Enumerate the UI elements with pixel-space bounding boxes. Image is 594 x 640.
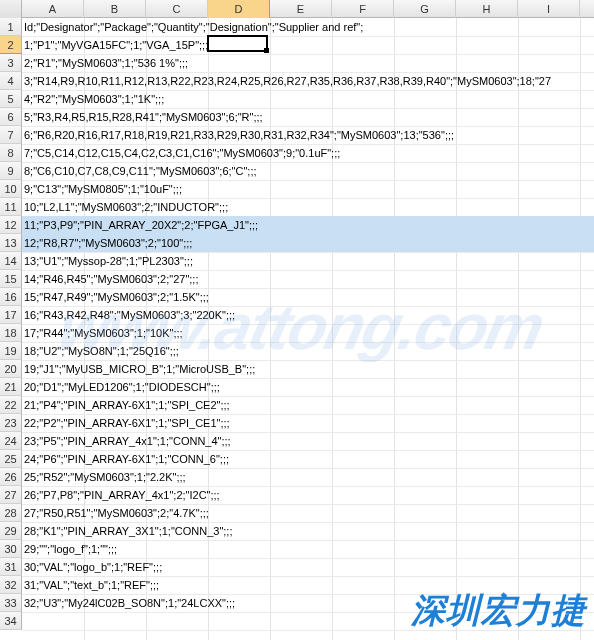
data-row-12[interactable]: 11;"P3,P9";"PIN_ARRAY_20X2";2;"FPGA_J1";… (22, 216, 594, 234)
row-header-20[interactable]: 20 (0, 360, 22, 378)
spreadsheet: ABCDEFGHI 123456789101112131415161718192… (0, 0, 594, 640)
data-row-18[interactable]: 17;"R44";"MySM0603";1;"10K";;; (22, 324, 183, 342)
select-all-corner[interactable] (0, 0, 22, 18)
grid-body: 1234567891011121314151617181920212223242… (0, 18, 594, 640)
data-row-35[interactable] (22, 630, 24, 640)
row-header-31[interactable]: 31 (0, 558, 22, 576)
row-header-13[interactable]: 13 (0, 234, 22, 252)
row-header-7[interactable]: 7 (0, 126, 22, 144)
data-row-23[interactable]: 22;"P2";"PIN_ARRAY-6X1";1;"SPI_CE1";;; (22, 414, 230, 432)
column-header-B[interactable]: B (84, 0, 146, 18)
row-header-32[interactable]: 32 (0, 576, 22, 594)
data-row-9[interactable]: 8;"C6,C10,C7,C8,C9,C11";"MySM0603";6;"C"… (22, 162, 257, 180)
data-row-28[interactable]: 27;"R50,R51";"MySM0603";2;"4.7K";;; (22, 504, 209, 522)
row-header-16[interactable]: 16 (0, 288, 22, 306)
row-header-6[interactable]: 6 (0, 108, 22, 126)
column-header-row: ABCDEFGHI (0, 0, 594, 18)
column-header-D[interactable]: D (208, 0, 270, 18)
column-header-H[interactable]: H (456, 0, 518, 18)
row-header-24[interactable]: 24 (0, 432, 22, 450)
row-header-21[interactable]: 21 (0, 378, 22, 396)
data-row-34[interactable] (22, 612, 24, 630)
row-header-3[interactable]: 3 (0, 54, 22, 72)
data-row-3[interactable]: 2;"R1";"MySM0603";1;"536 1%";;; (22, 54, 188, 72)
data-row-7[interactable]: 6;"R6,R20,R16,R17,R18,R19,R21,R33,R29,R3… (22, 126, 454, 144)
data-row-15[interactable]: 14;"R46,R45";"MySM0603";2;"27";;; (22, 270, 198, 288)
row-header-10[interactable]: 10 (0, 180, 22, 198)
row-header-9[interactable]: 9 (0, 162, 22, 180)
row-header-11[interactable]: 11 (0, 198, 22, 216)
data-row-10[interactable]: 9;"C13";"MySM0805";1;"10uF";;; (22, 180, 182, 198)
row-header-strip: 1234567891011121314151617181920212223242… (0, 18, 22, 630)
data-row-11[interactable]: 10;"L2,L1";"MySM0603";2;"INDUCTOR";;; (22, 198, 228, 216)
row-header-4[interactable]: 4 (0, 72, 22, 90)
data-row-33[interactable]: 32;"U3";"My24lC02B_SO8N";1;"24LCXX";;; (22, 594, 235, 612)
column-header-A[interactable]: A (22, 0, 84, 18)
row-header-23[interactable]: 23 (0, 414, 22, 432)
fill-handle[interactable] (264, 48, 269, 53)
row-header-22[interactable]: 22 (0, 396, 22, 414)
row-header-12[interactable]: 12 (0, 216, 22, 234)
row-header-5[interactable]: 5 (0, 90, 22, 108)
row-header-25[interactable]: 25 (0, 450, 22, 468)
data-row-32[interactable]: 31;"VAL";"text_b";1;"REF";;; (22, 576, 159, 594)
data-row-31[interactable]: 30;"VAL";"logo_b";1;"REF";;; (22, 558, 162, 576)
data-row-2[interactable]: 1;"P1";"MyVGA15FC";1;"VGA_15P";;; (22, 36, 208, 54)
data-row-20[interactable]: 19;"J1";"MyUSB_MICRO_B";1;"MicroUSB_B";;… (22, 360, 255, 378)
row-header-14[interactable]: 14 (0, 252, 22, 270)
row-header-2[interactable]: 2 (0, 36, 22, 54)
data-row-14[interactable]: 13;"U1";"Myssop-28";1;"PL2303";;; (22, 252, 193, 270)
row-header-26[interactable]: 26 (0, 468, 22, 486)
data-row-27[interactable]: 26;"P7,P8";"PIN_ARRAY_4x1";2;"I2C";;; (22, 486, 220, 504)
data-row-6[interactable]: 5;"R3,R4,R5,R15,R28,R41";"MySM0603";6;"R… (22, 108, 263, 126)
data-row-5[interactable]: 4;"R2";"MySM0603";1;"1K";;; (22, 90, 164, 108)
column-header-G[interactable]: G (394, 0, 456, 18)
data-row-13[interactable]: 12;"R8,R7";"MySM0603";2;"100";;; (22, 234, 594, 252)
data-row-29[interactable]: 28;"K1";"PIN_ARRAY_3X1";1;"CONN_3";;; (22, 522, 232, 540)
row-header-28[interactable]: 28 (0, 504, 22, 522)
column-header-I[interactable]: I (518, 0, 580, 18)
data-row-8[interactable]: 7;"C5,C14,C12,C15,C4,C2,C3,C1,C16";"MySM… (22, 144, 340, 162)
row-header-27[interactable]: 27 (0, 486, 22, 504)
data-row-26[interactable]: 25;"R52";"MySM0603";1;"2.2K";;; (22, 468, 186, 486)
row-header-17[interactable]: 17 (0, 306, 22, 324)
data-row-21[interactable]: 20;"D1";"MyLED1206";1;"DIODESCH";;; (22, 378, 220, 396)
row-header-18[interactable]: 18 (0, 324, 22, 342)
cell-area[interactable]: Id;"Designator";"Package";"Quantity";"De… (22, 18, 594, 640)
data-row-25[interactable]: 24;"P6";"PIN_ARRAY-6X1";1;"CONN_6";;; (22, 450, 229, 468)
data-row-24[interactable]: 23;"P5";"PIN_ARRAY_4x1";1;"CONN_4";;; (22, 432, 231, 450)
data-row-19[interactable]: 18;"U2";"MySO8N";1;"25Q16";;; (22, 342, 179, 360)
row-header-34[interactable]: 34 (0, 612, 22, 630)
column-header-F[interactable]: F (332, 0, 394, 18)
data-row-1[interactable]: Id;"Designator";"Package";"Quantity";"De… (22, 18, 363, 36)
row-header-19[interactable]: 19 (0, 342, 22, 360)
data-row-30[interactable]: 29;"";"logo_f";1;"";;; (22, 540, 117, 558)
row-header-29[interactable]: 29 (0, 522, 22, 540)
data-row-22[interactable]: 21;"P4";"PIN_ARRAY-6X1";1;"SPI_CE2";;; (22, 396, 230, 414)
data-row-4[interactable]: 3;"R14,R9,R10,R11,R12,R13,R22,R23,R24,R2… (22, 72, 551, 90)
row-header-8[interactable]: 8 (0, 144, 22, 162)
data-row-17[interactable]: 16;"R43,R42,R48";"MySM0603";3;"220K";;; (22, 306, 235, 324)
column-header-C[interactable]: C (146, 0, 208, 18)
column-header-E[interactable]: E (270, 0, 332, 18)
active-cell-cursor (207, 35, 268, 52)
data-row-16[interactable]: 15;"R47,R49";"MySM0603";2;"1.5K";;; (22, 288, 209, 306)
row-header-33[interactable]: 33 (0, 594, 22, 612)
row-header-15[interactable]: 15 (0, 270, 22, 288)
row-header-30[interactable]: 30 (0, 540, 22, 558)
row-header-1[interactable]: 1 (0, 18, 22, 36)
